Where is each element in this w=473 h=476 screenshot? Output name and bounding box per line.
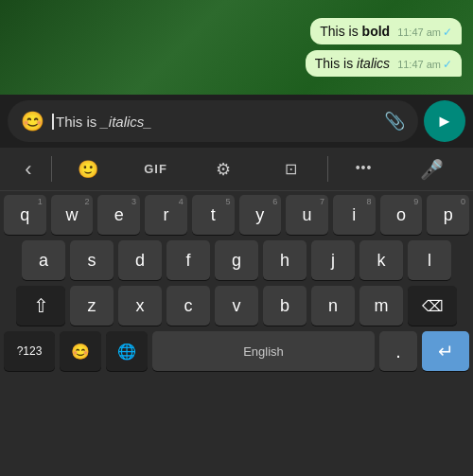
key-row-2: a s d f g h j k l — [2, 240, 471, 280]
key-u[interactable]: 7u — [286, 195, 328, 235]
toolbar-divider-2 — [327, 156, 328, 182]
settings-button[interactable]: ⚙ — [189, 148, 257, 190]
key-m[interactable]: m — [359, 286, 403, 326]
key-y[interactable]: 6y — [239, 195, 282, 235]
key-t[interactable]: 5t — [192, 195, 235, 235]
key-n[interactable]: n — [311, 286, 355, 326]
italic-word: _italics_ — [101, 114, 152, 130]
key-v[interactable]: v — [215, 286, 258, 326]
message-bubble-1: This is bold 11:47 am ✓ — [310, 18, 462, 44]
backspace-key[interactable]: ⌫ — [408, 286, 457, 326]
keyboard-toolbar: ‹ 🙂 GIF ⚙ ⊡ ••• 🎤 — [0, 148, 473, 191]
key-d[interactable]: d — [118, 240, 162, 280]
key-c[interactable]: c — [166, 286, 210, 326]
key-k[interactable]: k — [359, 240, 403, 280]
key-b[interactable]: b — [263, 286, 307, 326]
translate-icon: ⊡ — [285, 160, 297, 178]
back-icon: ‹ — [25, 157, 31, 182]
period-key[interactable]: . — [379, 331, 417, 371]
read-checkmark-2: ✓ — [443, 58, 452, 71]
mic-button[interactable]: 🎤 — [397, 148, 465, 190]
send-button[interactable]: ► — [424, 100, 465, 142]
key-row-1: 1q 2w 3e 4r 5t 6y 7u 8i 9o 0p — [2, 195, 471, 235]
message-text-2: This is italics — [315, 56, 390, 71]
key-i[interactable]: 8i — [333, 195, 376, 235]
sym-key[interactable]: ?123 — [4, 331, 55, 371]
space-key[interactable]: English — [152, 331, 375, 371]
key-o[interactable]: 9o — [380, 195, 423, 235]
key-row-4: ?123 😊 🌐 English . ↵ — [2, 331, 471, 371]
read-checkmark-1: ✓ — [443, 26, 452, 39]
sticker-icon: 🙂 — [78, 159, 98, 180]
key-s[interactable]: s — [70, 240, 114, 280]
keyboard-back-button[interactable]: ‹ — [8, 148, 49, 190]
sticker-button[interactable]: 🙂 — [54, 148, 122, 190]
more-button[interactable]: ••• — [330, 148, 398, 190]
more-icon: ••• — [356, 160, 373, 175]
message-time-1: 11:47 am ✓ — [397, 26, 452, 39]
globe-key[interactable]: 🌐 — [106, 331, 148, 371]
gif-button[interactable]: GIF — [122, 148, 190, 190]
key-j[interactable]: j — [311, 240, 355, 280]
input-area: 😊 This is _italics_ 📎 ► — [0, 95, 473, 148]
key-x[interactable]: x — [118, 286, 162, 326]
send-icon: ► — [436, 112, 453, 132]
attachment-icon[interactable]: 📎 — [384, 111, 405, 132]
message-time-2: 11:47 am ✓ — [397, 58, 452, 71]
mic-icon: 🎤 — [420, 158, 444, 181]
settings-icon: ⚙ — [216, 159, 231, 180]
key-e[interactable]: 3e — [97, 195, 140, 235]
key-h[interactable]: h — [263, 240, 307, 280]
key-f[interactable]: f — [166, 240, 210, 280]
key-q[interactable]: 1q — [4, 195, 46, 235]
message-text-1: This is bold — [320, 24, 390, 39]
toolbar-divider-1 — [51, 156, 52, 182]
gif-label: GIF — [144, 162, 167, 176]
message-bubble-2: This is italics 11:47 am ✓ — [306, 50, 462, 77]
emoji-button[interactable]: 😊 — [21, 110, 44, 132]
shift-key[interactable]: ⇧ — [16, 286, 65, 326]
key-g[interactable]: g — [215, 240, 258, 280]
enter-key[interactable]: ↵ — [422, 331, 469, 371]
key-w[interactable]: 2w — [51, 195, 94, 235]
key-z[interactable]: z — [70, 286, 114, 326]
chat-area: This is bold 11:47 am ✓ This is italics … — [0, 0, 473, 95]
keyboard: 1q 2w 3e 4r 5t 6y 7u 8i 9o 0p a s d f g … — [0, 191, 473, 476]
message-input-box[interactable]: 😊 This is _italics_ 📎 — [8, 100, 418, 142]
key-l[interactable]: l — [408, 240, 451, 280]
key-r[interactable]: 4r — [145, 195, 187, 235]
key-a[interactable]: a — [22, 240, 65, 280]
key-row-3: ⇧ z x c v b n m ⌫ — [2, 286, 471, 326]
key-p[interactable]: 0p — [427, 195, 469, 235]
input-text-display[interactable]: This is _italics_ — [52, 114, 377, 130]
translate-button[interactable]: ⊡ — [257, 148, 325, 190]
emoji-key[interactable]: 😊 — [60, 331, 101, 371]
